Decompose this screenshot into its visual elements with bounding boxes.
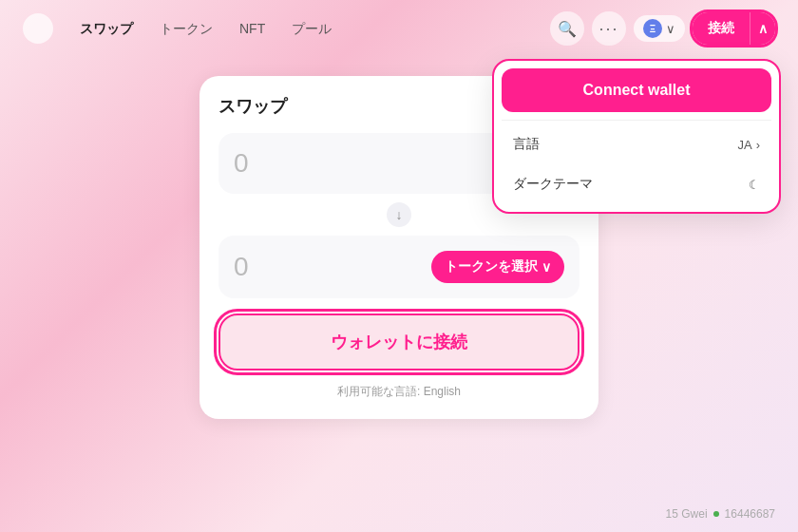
- language-label: 言語: [513, 136, 540, 153]
- nav-item-token[interactable]: トークン: [148, 14, 224, 43]
- dark-theme-label: ダークテーマ: [513, 176, 593, 193]
- eth-symbol: Ξ: [650, 24, 656, 34]
- header: 🦄 スワップ トークン NFT プール 🔍 ··· Ξ ∨ 接続 ∧: [0, 0, 798, 57]
- footer: 15 Gwei 16446687: [666, 507, 775, 521]
- swap-to-value[interactable]: 0: [234, 252, 249, 282]
- moon-icon: ☾: [749, 178, 760, 192]
- unicorn-logo-icon: 🦄: [23, 13, 53, 44]
- dropdown-dark-theme-item[interactable]: ダークテーマ ☾: [502, 164, 771, 204]
- english-lang-link[interactable]: English: [424, 385, 461, 398]
- dropdown-divider: [502, 120, 771, 121]
- block-number: 16446687: [725, 507, 775, 521]
- language-value-group: JA ›: [737, 138, 760, 152]
- eth-network-badge[interactable]: Ξ ∨: [634, 15, 685, 42]
- search-button[interactable]: 🔍: [550, 11, 584, 46]
- token-select-label: トークンを選択: [445, 258, 538, 276]
- dropdown-connect-wallet-button[interactable]: Connect wallet: [502, 68, 771, 112]
- nav-item-swap[interactable]: スワップ: [68, 14, 144, 43]
- swap-from-value[interactable]: 0: [234, 148, 249, 179]
- more-button[interactable]: ···: [592, 11, 626, 46]
- search-icon: 🔍: [558, 20, 577, 38]
- dropdown-menu: Connect wallet 言語 JA › ダークテーマ ☾: [494, 61, 779, 212]
- dark-theme-icon-group: ☾: [749, 178, 760, 192]
- dropdown-language-item[interactable]: 言語 JA ›: [502, 124, 771, 164]
- eth-icon: Ξ: [643, 19, 662, 38]
- connect-button[interactable]: 接続: [693, 12, 750, 45]
- available-lang-label: 利用可能な言語:: [337, 385, 420, 398]
- nav-item-pool[interactable]: プール: [280, 14, 343, 43]
- token-select-chevron-icon: ∨: [542, 259, 551, 275]
- connect-group: 接続 ∧: [693, 12, 775, 45]
- nav-item-nft[interactable]: NFT: [228, 14, 276, 43]
- logo-area: 🦄: [23, 13, 53, 44]
- header-right: 🔍 ··· Ξ ∨ 接続 ∧: [550, 11, 775, 46]
- connect-chevron-button[interactable]: ∧: [750, 12, 775, 45]
- swap-to-input-box: 0 トークンを選択 ∨: [218, 236, 580, 298]
- connect-wallet-main-button[interactable]: ウォレットに接続: [218, 314, 580, 370]
- language-chevron-icon: ›: [756, 138, 760, 152]
- gwei-label: 15 Gwei: [666, 507, 708, 521]
- available-languages: 利用可能な言語: English: [218, 384, 580, 400]
- token-select-button[interactable]: トークンを選択 ∨: [431, 251, 564, 283]
- svg-point-0: [23, 13, 53, 44]
- ellipsis-icon: ···: [598, 19, 618, 39]
- swap-direction-button[interactable]: ↓: [384, 200, 414, 230]
- arrow-down-icon: ↓: [396, 207, 403, 222]
- eth-chevron-icon: ∨: [666, 22, 675, 36]
- main-nav: スワップ トークン NFT プール: [68, 14, 550, 43]
- status-dot-icon: [713, 511, 719, 517]
- language-value: JA: [737, 138, 751, 152]
